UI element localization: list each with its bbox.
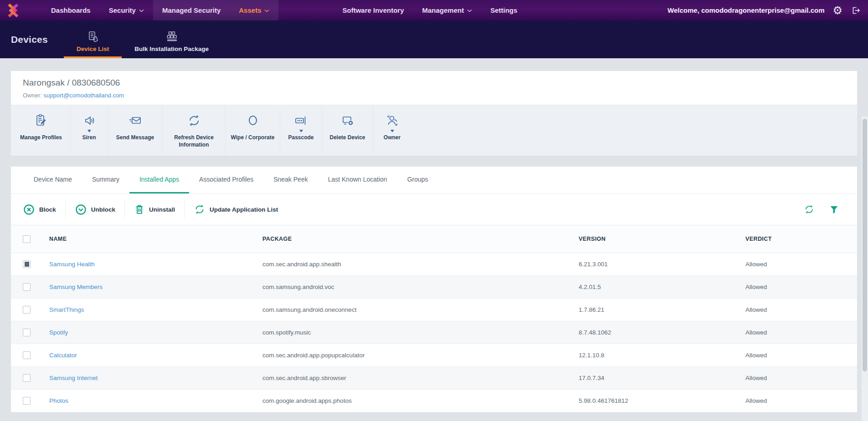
nav-item-management[interactable]: Management [413,0,482,20]
nav-item-software-inventory[interactable]: Software Inventory [333,0,413,20]
app-name-link[interactable]: SmartThings [49,306,262,313]
caret-down-icon [87,130,91,132]
toolbar-passcode-button[interactable]: Passcode [280,105,322,156]
block-button[interactable]: Block [23,203,65,216]
nav-right-cluster: Welcome, comododragonenterprise@gmail.co… [668,0,868,20]
table-header-row: NAME PACKAGE VERSION VERDICT [11,225,857,253]
device-title: Narongsak / 0830680506 [23,78,845,88]
header-tabs: Device List Bulk Installation Package [64,20,221,58]
app-verdict: Allowed [745,397,857,404]
nav-item-security[interactable]: Security [100,0,153,20]
tab-bulk-installation-package[interactable]: Bulk Installation Package [122,20,221,58]
uninstall-button[interactable]: Uninstall [125,203,184,215]
row-checkbox[interactable] [23,329,31,336]
app-name-link[interactable]: Samsung Members [49,284,262,290]
app-name-link[interactable]: Samsung Health [49,261,262,268]
row-checkbox[interactable] [23,374,31,382]
circle-check-icon [75,203,87,216]
row-checkbox[interactable] [23,397,31,405]
toolbar-delete-device-button[interactable]: Delete Device [322,105,373,156]
refresh-icon [187,113,201,128]
nav-item-dashboards[interactable]: Dashboards [42,0,100,20]
update-application-list-button[interactable]: Update Application List [185,203,287,215]
device-head: Narongsak / 0830680506 Owner: support@co… [11,71,857,105]
scrollbar-thumb[interactable] [863,119,867,371]
header-cell-checkbox [11,235,49,243]
page-scrollbar[interactable] [862,117,868,421]
app-package: com.sec.android.app.sbrowser [262,375,579,381]
unblock-button[interactable]: Unblock [66,203,124,216]
logout-icon[interactable] [851,5,861,15]
devices-header: Devices Device List Bulk Installation Pa [0,20,868,58]
app-version: 6.21.3.001 [579,261,745,268]
bulk-package-icon [165,30,178,43]
tab-summary[interactable]: Summary [82,167,129,193]
toolbar-wipe-corporate-button[interactable]: Wipe / Corporate [225,105,280,156]
table-row: SmartThings com.samsung.android.oneconne… [11,299,857,321]
refresh-table-icon[interactable] [804,204,815,215]
tab-last-known-location[interactable]: Last Known Location [318,167,397,193]
top-navigation: Dashboards Security Managed Security Ass… [0,0,868,20]
app-version: 12.1.10.8 [579,352,745,359]
app-name-link[interactable]: Calculator [49,352,262,359]
row-checkbox[interactable] [23,283,31,291]
column-header-package[interactable]: PACKAGE [262,236,579,242]
tab-sneak-peek[interactable]: Sneak Peek [263,167,318,193]
app-version: 17.0.7.34 [579,375,745,381]
page-title: Devices [0,20,64,58]
table-body: Samsung Health com.sec.android.app.sheal… [11,253,857,412]
envelope-icon [128,113,143,128]
tab-associated-profiles[interactable]: Associated Profiles [189,167,263,193]
gear-icon[interactable]: ⚙ [832,5,842,16]
app-package: com.samsung.android.voc [262,284,579,290]
row-checkbox[interactable] [23,306,31,314]
toolbar-owner-button[interactable]: Owner [373,105,411,156]
device-toolbar: Manage Profiles Siren [11,105,857,156]
apps-action-bar: Block Unblock [11,194,857,225]
trash-icon [134,203,145,215]
select-all-checkbox[interactable] [23,235,31,243]
row-checkbox[interactable] [23,260,31,268]
app-name-link[interactable]: Photos [49,397,262,404]
monitor-delete-icon [340,113,355,128]
table-row: Samsung Health com.sec.android.app.sheal… [11,253,857,276]
app-verdict: Allowed [745,261,857,268]
row-checkbox[interactable] [23,351,31,359]
filter-funnel-icon[interactable] [829,205,839,214]
app-version: 8.7.48.1062 [579,329,745,336]
device-detail-tabs: Device Name Summary Installed Apps Assoc… [11,167,857,194]
owner-email-link[interactable]: support@comodothailand.com [44,92,124,99]
content-area: Narongsak / 0830680506 Owner: support@co… [0,58,868,421]
caret-down-icon [390,130,394,132]
owner-label: Owner: [23,92,42,99]
app-name-link[interactable]: Spotify [49,329,262,336]
circle-icon [246,113,260,128]
toolbar-manage-profiles-button[interactable]: Manage Profiles [12,105,70,156]
toolbar-refresh-device-information-button[interactable]: Refresh Device Information [162,105,225,156]
app-name-link[interactable]: Samsung Internet [49,375,262,381]
clipboard-edit-icon [34,113,48,128]
table-row: Spotify com.spotify.music 8.7.48.1062 Al… [11,321,857,344]
circle-x-icon [23,203,35,216]
toolbar-siren-button[interactable]: Siren [70,105,108,156]
nav-item-managed-security[interactable]: Managed Security [153,0,230,20]
toolbar-send-message-button[interactable]: Send Message [108,105,162,156]
app-verdict: Allowed [745,329,857,336]
passcode-icon [294,113,308,128]
tab-label: Bulk Installation Package [134,46,209,52]
app-version: 4.2.01.5 [579,284,745,290]
tab-groups[interactable]: Groups [397,167,438,193]
table-row: Samsung Members com.samsung.android.voc … [11,276,857,299]
column-header-version[interactable]: VERSION [579,236,745,242]
brand-logo[interactable] [0,0,26,20]
app-verdict: Allowed [745,375,857,381]
nav-item-settings[interactable]: Settings [481,0,526,20]
column-header-name[interactable]: NAME [49,236,262,242]
tab-device-name[interactable]: Device Name [24,167,82,193]
column-header-verdict[interactable]: VERDICT [745,236,857,242]
nav-item-assets[interactable]: Assets [230,0,278,20]
tab-device-list[interactable]: Device List [64,20,122,58]
tab-installed-apps[interactable]: Installed Apps [129,167,189,193]
app-package: com.samsung.android.oneconnect [262,306,579,313]
app-package: com.sec.android.app.shealth [262,261,579,268]
